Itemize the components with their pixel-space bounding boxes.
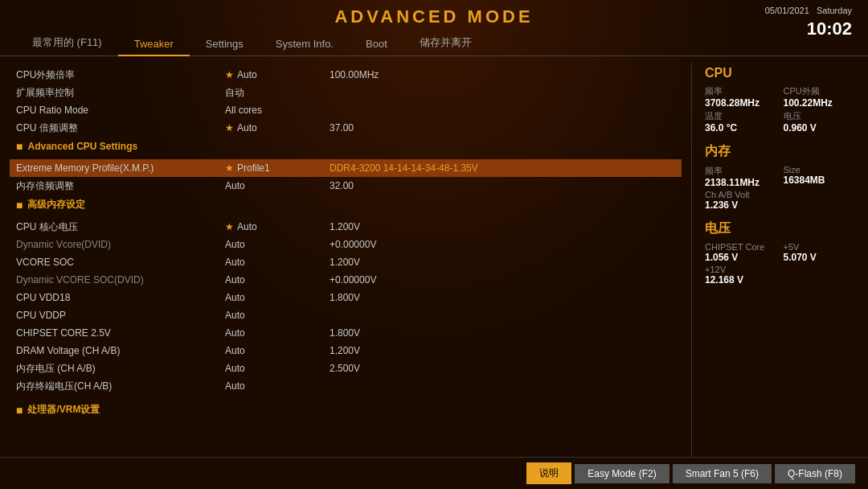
stat-section-mem: 内存 频率 2138.11MHz Size 16384MB Ch A/B Vol… <box>705 143 855 211</box>
date-display: 05/01/2021 Saturday <box>765 6 852 15</box>
value-chipset-core: Auto <box>225 327 330 339</box>
stat-label-mem-size: Size <box>784 165 856 175</box>
settings-panel: CPU外频倍率 ★Auto 100.00MHz 扩展频率控制 自动 CPU Ra… <box>0 63 691 457</box>
nav-tabs: 最常用的 (F11) Tweaker Settings System Info.… <box>0 31 868 56</box>
stat-label-cpu-freq: 频率 <box>705 85 777 97</box>
extra-cpu-vdd18: 1.800V <box>330 292 360 303</box>
tab-most-used[interactable]: 最常用的 (F11) <box>16 31 118 56</box>
tab-save-exit[interactable]: 储存并离开 <box>403 31 488 56</box>
label-cpu-vdd18: CPU VDD18 <box>16 292 225 303</box>
value-dvid-soc: Auto <box>225 274 330 286</box>
stat-label-chipset-core: CHIPSET Core <box>705 242 777 252</box>
section-vrm[interactable]: ■ 处理器/VRM设置 <box>16 400 675 418</box>
extra-mem-ratio: 32.00 <box>330 180 354 191</box>
btn-qflash[interactable]: Q-Flash (F8) <box>775 464 855 483</box>
setting-xmp[interactable]: Extreme Memory Profile(X.M.P.) ★Profile1… <box>10 159 682 177</box>
stat-section-cpu: CPU 频率 3708.28MHz CPU外频 100.22MHz 温度 36.… <box>705 66 855 134</box>
section-adv-mem[interactable]: ■ 高级内存设定 <box>16 195 675 213</box>
tab-settings[interactable]: Settings <box>190 33 260 56</box>
stats-panel: CPU 频率 3708.28MHz CPU外频 100.22MHz 温度 36.… <box>691 63 868 457</box>
stat-volt-title: 电压 <box>705 220 855 237</box>
setting-cpu-core-volt[interactable]: CPU 核心电压 ★Auto 1.200V <box>16 218 675 236</box>
tab-boot[interactable]: Boot <box>350 33 403 56</box>
label-mem-volt: 内存电压 (CH A/B) <box>16 362 225 376</box>
stat-val-cpu-volt: 0.960 V <box>784 122 856 134</box>
section-label-vrm: 处理器/VRM设置 <box>27 403 100 417</box>
label-cpu-freq-ratio: CPU外频倍率 <box>16 68 225 82</box>
label-cpu-core-volt: CPU 核心电压 <box>16 220 225 234</box>
extra-dram-volt: 1.200V <box>330 345 360 356</box>
footer: 说明 Easy Mode (F2) Smart Fan 5 (F6) Q-Fla… <box>0 457 868 489</box>
label-chipset-core: CHIPSET CORE 2.5V <box>16 327 225 339</box>
tab-tweaker[interactable]: Tweaker <box>118 33 190 56</box>
stat-val-cpu-freq: 3708.28MHz <box>705 97 777 109</box>
extra-xmp: DDR4-3200 14-14-14-34-48-1.35V <box>330 162 478 174</box>
label-cpu-ratio-mode: CPU Ratio Mode <box>16 105 225 116</box>
label-dram-volt: DRAM Voltage (CH A/B) <box>16 345 225 356</box>
setting-mem-volt[interactable]: 内存电压 (CH A/B) Auto 2.500V <box>16 360 675 377</box>
setting-dvid-soc[interactable]: Dynamic VCORE SOC(DVID) Auto +0.00000V <box>16 271 675 289</box>
setting-vcore-soc[interactable]: VCORE SOC Auto 1.200V <box>16 253 675 271</box>
btn-hint[interactable]: 说明 <box>526 462 571 484</box>
stat-val-5v: 5.070 V <box>784 252 856 263</box>
stat-val-cpu-temp: 36.0 °C <box>705 122 777 134</box>
datetime-display: 05/01/2021 Saturday 10:02 <box>765 5 852 42</box>
stat-val-cpu-bclk: 100.22MHz <box>784 97 856 109</box>
value-cpu-core-volt: ★Auto <box>225 221 330 232</box>
label-cpu-vddp: CPU VDDP <box>16 310 225 321</box>
setting-cpu-ratio-mode[interactable]: CPU Ratio Mode All cores <box>16 101 675 119</box>
label-freq-ctrl: 扩展频率控制 <box>16 86 225 100</box>
setting-dram-volt[interactable]: DRAM Voltage (CH A/B) Auto 1.200V <box>16 342 675 360</box>
extra-cpu-freq-ratio: 100.00MHz <box>330 69 379 80</box>
label-dvid-soc: Dynamic VCORE SOC(DVID) <box>16 274 225 286</box>
extra-cpu-ratio-adj: 37.00 <box>330 122 354 134</box>
stat-mem-title: 内存 <box>705 143 855 160</box>
setting-cpu-vddp[interactable]: CPU VDDP Auto <box>16 306 675 324</box>
stat-label-mem-freq: 频率 <box>705 165 777 177</box>
stat-label-mem-volt: Ch A/B Volt <box>705 190 855 199</box>
btn-easy-mode[interactable]: Easy Mode (F2) <box>575 464 669 483</box>
value-mem-term-volt: Auto <box>225 380 330 392</box>
value-vcore-soc: Auto <box>225 257 330 268</box>
extra-mem-volt: 2.500V <box>330 363 360 374</box>
stat-label-5v: +5V <box>784 242 856 252</box>
stat-label-cpu-temp: 温度 <box>705 110 777 122</box>
value-mem-volt: Auto <box>225 363 330 374</box>
value-cpu-freq-ratio: ★Auto <box>225 69 330 80</box>
value-dvid: Auto <box>225 239 330 250</box>
stat-volt-grid: CHIPSET Core 1.056 V +5V 5.070 V +12V 12… <box>705 242 855 286</box>
extra-cpu-core-volt: 1.200V <box>330 221 360 232</box>
section-bullet-vrm: ■ <box>16 404 23 417</box>
setting-cpu-freq-ratio[interactable]: CPU外频倍率 ★Auto 100.00MHz <box>16 66 675 84</box>
value-cpu-vdd18: Auto <box>225 292 330 303</box>
value-cpu-ratio-mode: All cores <box>225 105 330 116</box>
extra-dvid: +0.00000V <box>330 239 376 250</box>
setting-mem-term-volt[interactable]: 内存终端电压(CH A/B) Auto <box>16 377 675 395</box>
setting-dvid[interactable]: Dynamic Vcore(DVID) Auto +0.00000V <box>16 236 675 253</box>
label-vcore-soc: VCORE SOC <box>16 257 225 268</box>
main-content: ADVANCED MODE 05/01/2021 Saturday 10:02 … <box>0 0 868 489</box>
label-xmp: Extreme Memory Profile(X.M.P.) <box>16 162 225 174</box>
setting-chipset-core[interactable]: CHIPSET CORE 2.5V Auto 1.800V <box>16 324 675 342</box>
label-mem-term-volt: 内存终端电压(CH A/B) <box>16 380 225 393</box>
setting-freq-ctrl[interactable]: 扩展频率控制 自动 <box>16 84 675 101</box>
stat-val-mem-size: 16384MB <box>784 175 856 186</box>
value-dram-volt: Auto <box>225 345 330 356</box>
setting-mem-ratio[interactable]: 内存倍频调整 Auto 32.00 <box>16 177 675 195</box>
value-xmp: ★Profile1 <box>225 162 330 174</box>
setting-cpu-vdd18[interactable]: CPU VDD18 Auto 1.800V <box>16 289 675 306</box>
stat-label-12v: +12V <box>705 265 855 274</box>
extra-chipset-core: 1.800V <box>330 327 360 339</box>
stat-val-12v: 12.168 V <box>705 274 855 286</box>
section-label-adv-mem: 高级内存设定 <box>27 198 85 212</box>
stat-label-cpu-bclk: CPU外频 <box>784 85 856 97</box>
stat-section-volt: 电压 CHIPSET Core 1.056 V +5V 5.070 V +12V… <box>705 220 855 286</box>
setting-cpu-ratio-adj[interactable]: CPU 倍频调整 ★Auto 37.00 <box>16 119 675 137</box>
tab-sysinfo[interactable]: System Info. <box>260 33 350 56</box>
btn-smart-fan[interactable]: Smart Fan 5 (F6) <box>673 464 772 483</box>
section-advanced-cpu[interactable]: ■ Advanced CPU Settings <box>16 137 675 154</box>
stat-label-cpu-volt: 电压 <box>784 110 856 122</box>
section-bullet-mem: ■ <box>16 199 23 212</box>
section-label-advanced-cpu: Advanced CPU Settings <box>27 141 137 152</box>
value-freq-ctrl: 自动 <box>225 86 330 100</box>
